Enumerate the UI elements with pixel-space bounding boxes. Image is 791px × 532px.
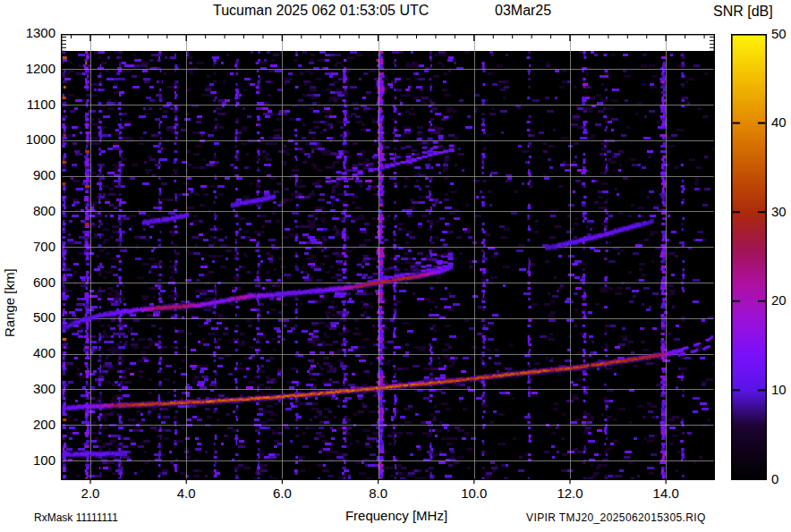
y-tick-label: 900	[5, 167, 55, 182]
y-tick-label: 300	[5, 381, 55, 396]
x-tick-label: 4.0	[161, 486, 211, 501]
x-axis-title: Frequency [MHz]	[329, 508, 464, 523]
colorbar-tick-label: 30	[771, 204, 787, 219]
y-tick-label: 700	[5, 239, 55, 254]
colorbar-tick-label: 40	[771, 114, 787, 130]
colorbar-tick-label: 10	[771, 382, 787, 397]
x-tick-label: 10.0	[449, 486, 499, 501]
y-tick-label: 200	[5, 417, 55, 432]
colorbar-tick-label: 50	[771, 26, 787, 41]
y-tick-label: 1200	[5, 61, 55, 76]
y-tick-label: 1000	[5, 131, 55, 147]
ionogram-app: Tucuman 2025 062 01:53:05 UTC 03Mar25 SN…	[0, 0, 791, 532]
y-tick-label: 500	[5, 309, 55, 325]
y-tick-label: 600	[5, 274, 55, 290]
colorbar-title: SNR [dB]	[713, 4, 773, 20]
chart-date: 03Mar25	[495, 3, 551, 19]
y-tick-label: 1300	[5, 25, 55, 40]
ionogram-plot	[61, 34, 719, 485]
snr-colorbar	[731, 34, 767, 480]
x-tick-label: 8.0	[353, 486, 404, 501]
y-tick-label: 800	[5, 203, 55, 218]
y-tick-label: 400	[5, 345, 55, 360]
y-tick-label: 100	[5, 452, 55, 468]
colorbar-tick-label: 20	[771, 292, 787, 308]
x-tick-label: 2.0	[65, 486, 115, 501]
x-tick-label: 6.0	[257, 486, 307, 501]
chart-title: Tucuman 2025 062 01:53:05 UTC	[213, 3, 429, 19]
rxmask-text: RxMask 11111111	[34, 511, 118, 524]
filename-text: VIPIR TMJ20_2025062015305.RIQ	[526, 511, 706, 524]
x-tick-label: 14.0	[641, 486, 691, 501]
colorbar-tick-label: 0	[771, 471, 778, 486]
x-tick-label: 12.0	[545, 486, 595, 501]
y-tick-label: 1100	[5, 97, 55, 112]
